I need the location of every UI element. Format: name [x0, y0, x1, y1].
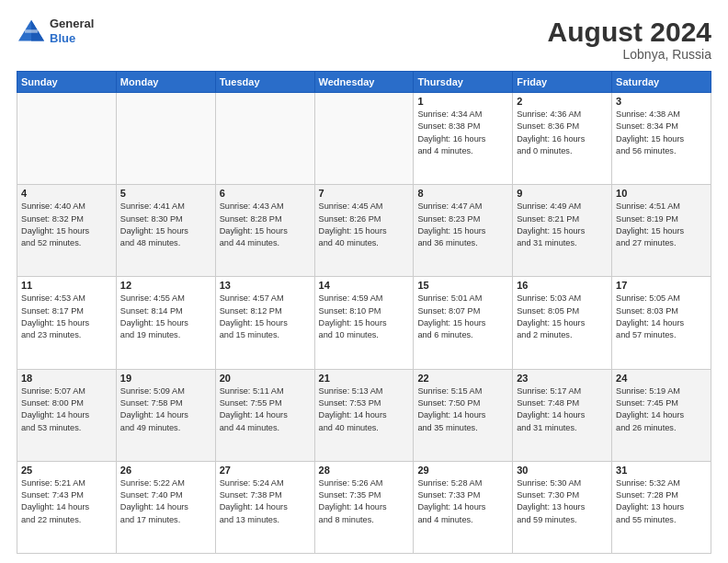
cell-content: Sunrise: 4:57 AMSunset: 8:12 PMDaylight:… — [220, 293, 311, 341]
cell-content: Sunrise: 4:51 AMSunset: 8:19 PMDaylight:… — [616, 201, 707, 249]
calendar-cell: 14Sunrise: 4:59 AMSunset: 8:10 PMDayligh… — [314, 277, 414, 369]
calendar-cell: 6Sunrise: 4:43 AMSunset: 8:28 PMDaylight… — [215, 185, 314, 277]
cell-content: Sunrise: 4:59 AMSunset: 8:10 PMDaylight:… — [319, 293, 410, 341]
day-number: 28 — [319, 465, 410, 476]
calendar-cell: 19Sunrise: 5:09 AMSunset: 7:58 PMDayligh… — [116, 369, 215, 461]
cell-content: Sunrise: 4:47 AMSunset: 8:23 PMDaylight:… — [417, 201, 508, 249]
day-number: 20 — [220, 373, 311, 384]
cell-content: Sunrise: 5:05 AMSunset: 8:03 PMDaylight:… — [616, 293, 707, 341]
calendar-cell: 30Sunrise: 5:30 AMSunset: 7:30 PMDayligh… — [513, 461, 612, 553]
calendar-cell: 2Sunrise: 4:36 AMSunset: 8:36 PMDaylight… — [513, 93, 612, 185]
calendar-cell: 17Sunrise: 5:05 AMSunset: 8:03 PMDayligh… — [612, 277, 711, 369]
calendar-cell: 1Sunrise: 4:34 AMSunset: 8:38 PMDaylight… — [414, 93, 513, 185]
calendar-cell: 9Sunrise: 4:49 AMSunset: 8:21 PMDaylight… — [513, 185, 612, 277]
cell-content: Sunrise: 5:22 AMSunset: 7:40 PMDaylight:… — [120, 477, 211, 526]
cell-content: Sunrise: 5:11 AMSunset: 7:55 PMDaylight:… — [220, 385, 311, 434]
day-number: 29 — [417, 465, 508, 476]
day-number: 22 — [417, 373, 508, 384]
calendar-cell: 24Sunrise: 5:19 AMSunset: 7:45 PMDayligh… — [612, 369, 711, 461]
day-number: 1 — [417, 96, 508, 107]
calendar-cell: 3Sunrise: 4:38 AMSunset: 8:34 PMDaylight… — [612, 93, 711, 185]
cell-content: Sunrise: 4:45 AMSunset: 8:26 PMDaylight:… — [319, 201, 410, 249]
cell-content: Sunrise: 5:15 AMSunset: 7:50 PMDaylight:… — [417, 385, 508, 434]
day-number: 21 — [319, 373, 410, 384]
day-number: 14 — [319, 280, 410, 291]
calendar-cell: 23Sunrise: 5:17 AMSunset: 7:48 PMDayligh… — [513, 369, 612, 461]
calendar-cell: 11Sunrise: 4:53 AMSunset: 8:17 PMDayligh… — [17, 277, 117, 369]
location: Lobnya, Russia — [548, 47, 711, 62]
day-number: 2 — [517, 96, 608, 107]
day-number: 5 — [120, 188, 211, 199]
cell-content: Sunrise: 4:43 AMSunset: 8:28 PMDaylight:… — [220, 201, 311, 249]
logo-text: General Blue — [50, 17, 94, 45]
calendar-table: SundayMondayTuesdayWednesdayThursdayFrid… — [17, 71, 711, 554]
cell-content: Sunrise: 5:19 AMSunset: 7:45 PMDaylight:… — [616, 385, 707, 434]
cell-content: Sunrise: 4:49 AMSunset: 8:21 PMDaylight:… — [517, 201, 608, 249]
calendar-cell: 13Sunrise: 4:57 AMSunset: 8:12 PMDayligh… — [215, 277, 314, 369]
day-number: 7 — [319, 188, 410, 199]
calendar-cell: 26Sunrise: 5:22 AMSunset: 7:40 PMDayligh… — [116, 461, 215, 553]
day-number: 27 — [220, 465, 311, 476]
day-number: 12 — [120, 280, 211, 291]
calendar-cell: 25Sunrise: 5:21 AMSunset: 7:43 PMDayligh… — [17, 461, 117, 553]
day-number: 6 — [220, 188, 311, 199]
day-number: 9 — [517, 188, 608, 199]
cell-content: Sunrise: 4:34 AMSunset: 8:38 PMDaylight:… — [417, 109, 508, 157]
calendar-cell: 18Sunrise: 5:07 AMSunset: 8:00 PMDayligh… — [17, 369, 117, 461]
day-number: 19 — [120, 373, 211, 384]
day-number: 8 — [417, 188, 508, 199]
header: General Blue August 2024 Lobnya, Russia — [17, 17, 711, 62]
cell-content: Sunrise: 5:24 AMSunset: 7:38 PMDaylight:… — [220, 477, 311, 526]
day-number: 10 — [616, 188, 707, 199]
cell-content: Sunrise: 5:01 AMSunset: 8:07 PMDaylight:… — [417, 293, 508, 341]
calendar-cell: 31Sunrise: 5:32 AMSunset: 7:28 PMDayligh… — [612, 461, 711, 553]
calendar-cell: 29Sunrise: 5:28 AMSunset: 7:33 PMDayligh… — [414, 461, 513, 553]
logo: General Blue — [17, 17, 94, 45]
cell-content: Sunrise: 5:13 AMSunset: 7:53 PMDaylight:… — [319, 385, 410, 434]
cell-content: Sunrise: 5:21 AMSunset: 7:43 PMDaylight:… — [21, 477, 112, 526]
day-number: 25 — [21, 465, 112, 476]
calendar-cell — [116, 93, 215, 185]
day-number: 23 — [517, 373, 608, 384]
cell-content: Sunrise: 5:17 AMSunset: 7:48 PMDaylight:… — [517, 385, 608, 434]
cell-content: Sunrise: 4:40 AMSunset: 8:32 PMDaylight:… — [21, 201, 112, 249]
cell-content: Sunrise: 5:07 AMSunset: 8:00 PMDaylight:… — [21, 385, 112, 434]
logo-general: General — [50, 17, 94, 31]
day-header: Tuesday — [215, 72, 314, 93]
calendar-cell — [314, 93, 414, 185]
calendar-cell: 22Sunrise: 5:15 AMSunset: 7:50 PMDayligh… — [414, 369, 513, 461]
calendar-cell: 15Sunrise: 5:01 AMSunset: 8:07 PMDayligh… — [414, 277, 513, 369]
logo-blue: Blue — [50, 31, 94, 46]
day-number: 26 — [120, 465, 211, 476]
calendar-cell: 4Sunrise: 4:40 AMSunset: 8:32 PMDaylight… — [17, 185, 117, 277]
cell-content: Sunrise: 5:09 AMSunset: 7:58 PMDaylight:… — [120, 385, 211, 434]
cell-content: Sunrise: 5:32 AMSunset: 7:28 PMDaylight:… — [616, 477, 707, 526]
cell-content: Sunrise: 5:30 AMSunset: 7:30 PMDaylight:… — [517, 477, 608, 526]
day-number: 31 — [616, 465, 707, 476]
day-header: Monday — [116, 72, 215, 93]
cell-content: Sunrise: 4:41 AMSunset: 8:30 PMDaylight:… — [120, 201, 211, 249]
cell-content: Sunrise: 4:36 AMSunset: 8:36 PMDaylight:… — [517, 109, 608, 157]
day-number: 11 — [21, 280, 112, 291]
day-header: Sunday — [17, 72, 117, 93]
cell-content: Sunrise: 4:55 AMSunset: 8:14 PMDaylight:… — [120, 293, 211, 341]
page: General Blue August 2024 Lobnya, Russia … — [0, 0, 728, 563]
day-number: 13 — [220, 280, 311, 291]
title-section: August 2024 Lobnya, Russia — [548, 17, 711, 62]
day-header: Thursday — [414, 72, 513, 93]
day-number: 18 — [21, 373, 112, 384]
calendar-cell: 21Sunrise: 5:13 AMSunset: 7:53 PMDayligh… — [314, 369, 414, 461]
calendar-cell: 28Sunrise: 5:26 AMSunset: 7:35 PMDayligh… — [314, 461, 414, 553]
day-header: Friday — [513, 72, 612, 93]
calendar-cell: 10Sunrise: 4:51 AMSunset: 8:19 PMDayligh… — [612, 185, 711, 277]
day-number: 17 — [616, 280, 707, 291]
day-number: 16 — [517, 280, 608, 291]
month-year: August 2024 — [548, 17, 711, 47]
day-number: 30 — [517, 465, 608, 476]
day-number: 24 — [616, 373, 707, 384]
cell-content: Sunrise: 5:26 AMSunset: 7:35 PMDaylight:… — [319, 477, 410, 526]
cell-content: Sunrise: 5:28 AMSunset: 7:33 PMDaylight:… — [417, 477, 508, 526]
day-header: Wednesday — [314, 72, 414, 93]
calendar-cell: 7Sunrise: 4:45 AMSunset: 8:26 PMDaylight… — [314, 185, 414, 277]
calendar-cell: 5Sunrise: 4:41 AMSunset: 8:30 PMDaylight… — [116, 185, 215, 277]
